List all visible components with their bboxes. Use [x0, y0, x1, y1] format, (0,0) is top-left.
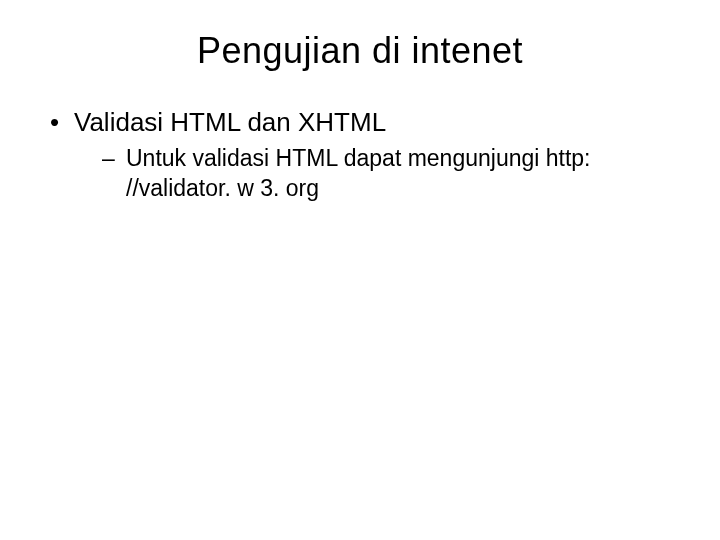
slide-title: Pengujian di intenet	[40, 30, 680, 72]
sub-list: Untuk validasi HTML dapat mengunjungi ht…	[74, 144, 680, 204]
bullet-list: Validasi HTML dan XHTML Untuk validasi H…	[40, 107, 680, 204]
list-item: Untuk validasi HTML dapat mengunjungi ht…	[102, 144, 680, 204]
sub-bullet-text: Untuk validasi HTML dapat mengunjungi ht…	[126, 145, 591, 201]
bullet-text: Validasi HTML dan XHTML	[74, 107, 386, 137]
list-item: Validasi HTML dan XHTML Untuk validasi H…	[50, 107, 680, 204]
